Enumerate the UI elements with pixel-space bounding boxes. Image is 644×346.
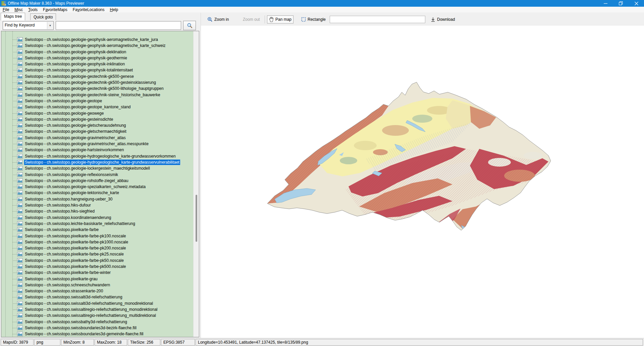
tree-item[interactable]: Swisstopo - ch.swisstopo.pixelkarte-farb…	[1, 245, 193, 251]
tree-item[interactable]: Swisstopo - ch.swisstopo.swissalti3d-rel…	[1, 300, 193, 306]
tree-item[interactable]: Swisstopo - ch.swisstopo.geologie-geoweg…	[1, 110, 193, 116]
map-layer-icon	[17, 141, 23, 146]
app-icon	[1, 1, 6, 6]
tree-item[interactable]: Swisstopo - ch.swisstopo.schneeschuhwand…	[1, 282, 193, 288]
tree-item[interactable]: Swisstopo - ch.swisstopo.swissaltiregio-…	[1, 312, 193, 319]
tree-item[interactable]: Swisstopo - ch.swisstopo.geologie-hydrog…	[1, 153, 193, 159]
tree-item[interactable]: Swisstopo - ch.swisstopo.geologie-geophy…	[1, 61, 193, 67]
tree-item-label: Swisstopo - ch.swisstopo.swissalti3d-rel…	[24, 294, 123, 300]
tree-item[interactable]: Swisstopo - ch.swisstopo.pixelkarte-farb…	[1, 257, 193, 264]
tree-item[interactable]: Swisstopo - ch.swisstopo.geologie-geotop…	[1, 98, 193, 104]
menu-file[interactable]: File	[0, 7, 12, 13]
tree-item[interactable]: Swisstopo - ch.swisstopo.geologie-geotec…	[1, 73, 193, 79]
tree-item-label: Swisstopo - ch.swisstopo.geologie-geophy…	[24, 43, 166, 48]
tree-item[interactable]: Swisstopo - ch.swisstopo.geologie-gestei…	[1, 116, 193, 122]
tree-item[interactable]: Swisstopo - ch.swisstopo.geologie-hydrog…	[1, 159, 193, 165]
tree-item[interactable]: Swisstopo - ch.swisstopo.leichte-basiska…	[1, 221, 193, 227]
map-layer-icon	[17, 43, 23, 48]
tree-item[interactable]: Swisstopo - ch.swisstopo.geologie-geotec…	[1, 92, 193, 98]
tree-item[interactable]: Swisstopo - ch.swisstopo.pixelkarte-farb…	[1, 270, 193, 276]
menu-favoritelocations[interactable]: FavoriteLocations	[70, 7, 107, 13]
tree-item-label: Swisstopo - ch.swisstopo.swissaltiregio-…	[24, 313, 157, 318]
tree-item[interactable]: Swisstopo - ch.swisstopo.koordinatenaend…	[1, 215, 193, 221]
search-input[interactable]	[56, 21, 181, 30]
tree-scrollbar-thumb[interactable]	[196, 195, 197, 242]
tree-item[interactable]: Swisstopo - ch.swisstopo.geologie-geotop…	[1, 104, 193, 110]
tree-item[interactable]: Swisstopo - ch.swisstopo.geologie-geotec…	[1, 85, 193, 92]
tree-item[interactable]: Swisstopo - ch.swisstopo.geologie-tekton…	[1, 190, 193, 196]
tree-item[interactable]: Swisstopo - ch.swisstopo.geologie-gravim…	[1, 141, 193, 147]
tree-item-label: Swisstopo - ch.swisstopo.geologie-gestei…	[24, 117, 114, 122]
tree-item-label: Swisstopo - ch.swisstopo.swissbathy3d-re…	[24, 319, 128, 325]
tree-item[interactable]: Swisstopo - ch.swisstopo.swissboundaries…	[1, 331, 193, 337]
rectangle-button[interactable]: Rectangle	[300, 15, 327, 23]
search-button[interactable]	[183, 21, 196, 30]
map-layer-icon	[17, 252, 23, 256]
tree-item-label: Swisstopo - ch.swisstopo.swissboundaries…	[24, 331, 144, 337]
pan-map-button[interactable]: Pan map	[267, 15, 293, 23]
close-button[interactable]	[629, 0, 644, 7]
tree-item[interactable]: Swisstopo - ch.swisstopo.geologie-spezia…	[1, 184, 193, 190]
map-canvas[interactable]	[201, 25, 644, 338]
map-layer-icon	[17, 129, 23, 134]
tree-item[interactable]: Swisstopo - ch.swisstopo.hiks-dufour	[1, 202, 193, 208]
tree-scrollbar[interactable]	[193, 31, 199, 337]
menu-tools[interactable]: Tools	[25, 7, 40, 13]
tree-item[interactable]: Swisstopo - ch.swisstopo.pixelkarte-grau	[1, 276, 193, 282]
tree-item[interactable]: Swisstopo - ch.swisstopo.geologie-geophy…	[1, 43, 193, 49]
toolbar-input[interactable]	[330, 16, 425, 23]
tree-item[interactable]: Swisstopo - ch.swisstopo.geologie-hartst…	[1, 147, 193, 153]
minimize-button[interactable]	[598, 0, 613, 7]
map-layer-icon	[17, 295, 23, 299]
menu-help[interactable]: Help	[107, 7, 121, 13]
tree-item[interactable]: Swisstopo - ch.swisstopo.geologie-geophy…	[1, 67, 193, 73]
download-button[interactable]: Download	[429, 15, 457, 23]
tree-item[interactable]: Swisstopo - ch.swisstopo.pixelkarte-farb…	[1, 227, 193, 233]
tree-item[interactable]: Swisstopo - ch.swisstopo.geologie-geophy…	[1, 37, 193, 43]
rectangle-select-icon	[301, 17, 306, 22]
tree-item[interactable]: Swisstopo - ch.swisstopo.geologie-geophy…	[1, 49, 193, 55]
map-layer-icon	[17, 301, 23, 306]
map-layer-icon	[17, 148, 23, 152]
tree-item[interactable]: Swisstopo - ch.swisstopo.swissalti3d-rel…	[1, 294, 193, 300]
tree-item[interactable]: Swisstopo - ch.swisstopo.hangneigung-ueb…	[1, 196, 193, 202]
tree-item[interactable]: Swisstopo - ch.swisstopo.geologie-gletsc…	[1, 128, 193, 134]
tree-item[interactable]: Swisstopo - ch.swisstopo.pixelkarte-farb…	[1, 251, 193, 257]
search-icon	[187, 23, 193, 28]
find-mode-select[interactable]: Find by Keyword ▼	[3, 21, 54, 30]
tree-item[interactable]: Swisstopo - ch.swisstopo.geologie-geophy…	[1, 55, 193, 61]
menu-misc[interactable]: Misc	[12, 7, 25, 13]
tree-item[interactable]: Swisstopo - ch.swisstopo.geologie-gravim…	[1, 135, 193, 141]
tree-item[interactable]: Swisstopo - ch.swisstopo.geologie-locker…	[1, 165, 193, 171]
tree-item[interactable]: Swisstopo - ch.swisstopo.pixelkarte-farb…	[1, 239, 193, 245]
tree-item[interactable]: Swisstopo - ch.swisstopo.geologie-gletsc…	[1, 122, 193, 128]
tree-item[interactable]: Swisstopo - ch.swisstopo.geologie-rohsto…	[1, 178, 193, 184]
zoom-in-button[interactable]: Zoom in	[206, 15, 230, 23]
tree-item[interactable]: Swisstopo - ch.swisstopo.pixelkarte-farb…	[1, 233, 193, 239]
tree-item[interactable]: Swisstopo - ch.swisstopo.geologie-reflex…	[1, 172, 193, 178]
tree-item-label: Swisstopo - ch.swisstopo.geologie-gravim…	[24, 141, 149, 147]
tree-item[interactable]: Swisstopo - ch.swisstopo.swissboundaries…	[1, 325, 193, 331]
tree-item-label: Swisstopo - ch.swisstopo.geologie-reflex…	[24, 172, 119, 177]
tree-item-label: Swisstopo - ch.swisstopo.hangneigung-ueb…	[24, 196, 113, 202]
map-layer-icon	[17, 37, 23, 42]
tree-item[interactable]: Swisstopo - ch.swisstopo.pixelkarte-farb…	[1, 264, 193, 270]
status-bar: MapsID: 3879 png MinZoom: 8 MaxZoom: 18 …	[0, 338, 644, 346]
zoom-out-button[interactable]: Zoom out	[241, 15, 262, 23]
chevron-down-icon[interactable]: ▼	[47, 22, 53, 29]
tree-item[interactable]: Swisstopo - ch.swisstopo.strassenkarte-2…	[1, 288, 193, 294]
menu-favoritemaps[interactable]: FavoriteMaps	[40, 7, 70, 13]
map-layer-icon	[17, 215, 23, 220]
tree-item[interactable]: Swisstopo - ch.swisstopo.swissbathy3d-re…	[1, 319, 193, 325]
tree-item-label: Swisstopo - ch.swisstopo.swissalti3d-rel…	[24, 301, 154, 306]
map-layer-icon	[17, 313, 23, 318]
tree-item[interactable]: Swisstopo - ch.swisstopo.swissaltiregio-…	[1, 306, 193, 312]
tree-item-label: Swisstopo - ch.swisstopo.hiks-siegfried	[24, 209, 95, 214]
restore-button[interactable]	[613, 0, 629, 7]
tab-quick-goto[interactable]: Quick goto	[30, 13, 56, 20]
tree-item[interactable]: Swisstopo - ch.swisstopo.hiks-siegfried	[1, 208, 193, 214]
tab-maps-tree[interactable]: Maps tree	[1, 13, 25, 20]
tree-item-label: Swisstopo - ch.swisstopo.geologie-geophy…	[24, 49, 127, 55]
pan-map-label: Pan map	[275, 17, 291, 22]
tree-item[interactable]: Swisstopo - ch.swisstopo.geologie-geotec…	[1, 79, 193, 85]
